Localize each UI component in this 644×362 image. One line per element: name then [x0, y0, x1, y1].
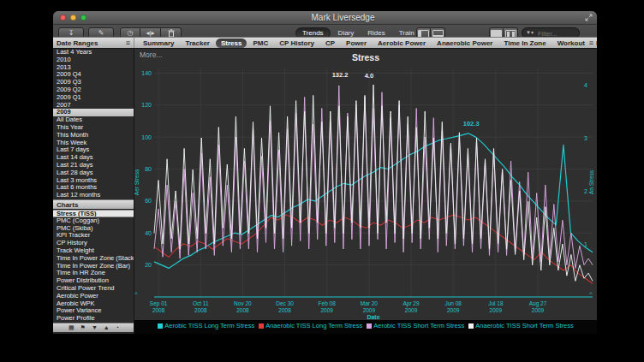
sidebar-item-power-distribution[interactable]: Power Distribution: [53, 277, 134, 285]
sidebar-item-critical-power-trend[interactable]: Critical Power Trend: [53, 285, 134, 293]
legend-swatch: [367, 323, 372, 329]
legend-swatch: [259, 323, 264, 329]
bookmark-icon[interactable]: ⚑: [80, 323, 86, 332]
x-axis-tick-label: 2009: [532, 307, 545, 313]
y-axis-tick-label-right: 3: [584, 135, 587, 141]
sidebar-item-2013[interactable]: 2013: [53, 64, 134, 72]
x-axis-tick-label: Feb 08: [319, 300, 337, 306]
y-axis-tick-label-left: 140: [141, 70, 152, 76]
tab-stress[interactable]: Stress: [216, 39, 247, 48]
titlebar: Mark Liversedge: [53, 11, 597, 25]
sidebar-item-2009-q4[interactable]: 2009 Q4: [53, 71, 134, 79]
legend-swatch: [158, 323, 163, 329]
date-ranges-title: Date Ranges: [57, 39, 98, 47]
y-axis-tick-label-right: 1: [584, 241, 587, 247]
sidebar-item-power-profile[interactable]: Power Profile: [53, 315, 134, 323]
x-axis-tick-label: 2009: [363, 307, 376, 313]
sidebar-item-last-28-days[interactable]: Last 28 days: [53, 169, 134, 177]
tab-cp-history[interactable]: CP History: [274, 39, 319, 48]
chart-pane: More... Stress ^^140120100806040204321Se…: [134, 49, 597, 334]
x-axis-tick-label: 2008: [152, 307, 165, 313]
x-axis-tick-label: Aug 27: [529, 300, 547, 307]
sidebar-item-pmc-skiba[interactable]: PMC (Skiba): [53, 225, 134, 233]
stress-chart-canvas[interactable]: ^^140120100806040204321Sep 012008Oct 112…: [134, 49, 597, 334]
x-axis-tick-label: 2009: [320, 307, 333, 313]
x-axis-tick-label: Nov 20: [234, 300, 252, 306]
sidebar-item-2009-q1[interactable]: 2009 Q1: [53, 94, 134, 102]
sidebar-item-2009-q3[interactable]: 2009 Q3: [53, 79, 134, 86]
legend-label: Anaerobic TISS Short Term Stress: [475, 322, 573, 329]
sidebar-item-track-weight[interactable]: Track Weight: [53, 247, 134, 255]
sidebar-item-this-month[interactable]: This Month: [53, 132, 134, 139]
tab-cp[interactable]: CP: [320, 39, 340, 48]
sidebar-item-last-12-months[interactable]: Last 12 months: [53, 192, 134, 199]
window-title: Mark Liversedge: [53, 13, 597, 22]
sidebar-item-power-variance[interactable]: Power Variance: [53, 307, 134, 315]
sidebar-item-time-in-power-zone-bar[interactable]: Time In Power Zone (Bar): [53, 263, 134, 270]
x-axis-tick-label: 2008: [278, 307, 291, 313]
sidebar-item-time-in-hr-zone[interactable]: Time In HR Zone: [53, 270, 134, 277]
x-axis-tick-label: 2008: [236, 307, 249, 313]
sidebar-item-last-14-days[interactable]: Last 14 days: [53, 154, 134, 162]
y-axis-tick-label-left: 20: [145, 262, 152, 268]
max-value-annotation: 102.3: [463, 120, 480, 128]
x-axis-tick-label: 2009: [405, 307, 418, 313]
sidebar-item-stress-tiss[interactable]: Stress (TiSS): [53, 210, 134, 217]
series-aerobic-tiss-short-term-stress: [154, 86, 593, 269]
date-ranges-menu-icon[interactable]: ≡: [126, 39, 130, 47]
tab-summary[interactable]: Summary: [138, 39, 179, 48]
sidebar-item-all-dates[interactable]: All Dates: [53, 116, 134, 124]
tab-pmc[interactable]: PMC: [247, 39, 273, 48]
tab-workout[interactable]: Workout: [552, 39, 590, 48]
sidebar-item-2009-q2[interactable]: 2009 Q2: [53, 86, 134, 94]
axis-arrow-caret: ^: [589, 291, 593, 297]
legend-label: Aerobic TISS Short Term Stress: [373, 322, 464, 329]
sidebar-item-last-3-months[interactable]: Last 3 months: [53, 177, 134, 185]
legend-item-aerobic-tiss-long-term-stress: Aerobic TISS Long Term Stress: [158, 322, 254, 329]
legend-item-aerobic-tiss-short-term-stress: Aerobic TISS Short Term Stress: [367, 322, 464, 329]
max-value-annotation: 4.0: [365, 72, 373, 80]
y-axis-tick-label-left: 80: [145, 166, 152, 172]
chart-icon[interactable]: ▲: [104, 323, 110, 332]
sidebar-item-2009[interactable]: 2009: [53, 109, 134, 116]
x-axis-title: Date: [367, 314, 379, 320]
clock-icon[interactable]: ◔: [116, 323, 119, 332]
sidebar-item-kpi-tracker[interactable]: KPI Tracker: [53, 232, 134, 240]
x-axis-tick-label: 2009: [447, 307, 460, 313]
sidebar-item-last-7-days[interactable]: Last 7 days: [53, 146, 134, 154]
x-axis-tick-label: Jun 08: [444, 300, 462, 306]
sidebar-item-aerobic-wpk[interactable]: Aerobic WPK: [53, 300, 134, 308]
sidebar-item-2010[interactable]: 2010: [53, 56, 134, 64]
fullscreen-icon[interactable]: [585, 14, 593, 21]
sidebar-item-last-4-years[interactable]: Last 4 Years: [53, 49, 134, 56]
x-axis-tick-label: Sep 01: [150, 300, 168, 307]
calendar-icon[interactable]: ▦: [69, 323, 75, 332]
y-axis-tick-label-right: 4: [584, 82, 587, 88]
sidebar-item-aerobic-power[interactable]: Aerobic Power: [53, 293, 134, 300]
legend-label: Anaerobic TISS Long Term Stress: [265, 322, 362, 329]
tab-time-in-zone[interactable]: Time In Zone: [498, 39, 551, 48]
tab-power[interactable]: Power: [341, 39, 372, 48]
sidebar-item-time-in-power-zone-stacked[interactable]: Time In Power Zone (Stacked): [53, 255, 134, 263]
tab-bar-menu-icon[interactable]: ≡: [589, 39, 593, 47]
filter-icon[interactable]: ▼: [92, 323, 98, 332]
header-strip: Date Ranges ≡ SummaryTrackerStressPMCCP …: [53, 37, 597, 49]
chart-legend: Aerobic TISS Long Term StressAnaerobic T…: [134, 322, 597, 329]
stopwatch-icon: ◷: [128, 29, 134, 37]
x-axis-tick-label: 2008: [194, 307, 207, 313]
sidebar-item-last-21-days[interactable]: Last 21 days: [53, 162, 134, 169]
sidebar-item-this-year[interactable]: This Year: [53, 124, 134, 132]
y-axis-tick-label-left: 120: [141, 102, 152, 108]
y-axis-tick-label-right: 2: [584, 188, 587, 194]
tab-tracker[interactable]: Tracker: [180, 39, 214, 48]
sidebar-item-last-6-months[interactable]: Last 6 months: [53, 184, 134, 192]
sidebar-item-pmc-coggan[interactable]: PMC (Coggan): [53, 217, 134, 225]
sidebar-item-this-week[interactable]: This Week: [53, 139, 134, 147]
legend-swatch: [468, 323, 474, 329]
x-axis-tick-label: Mar 20: [361, 300, 379, 306]
tab-aerobic-power[interactable]: Aerobic Power: [373, 39, 431, 48]
sidebar-item-cp-history[interactable]: CP History: [53, 240, 134, 247]
sidebar-list: Last 4 Years201020132009 Q42009 Q32009 Q…: [53, 49, 134, 323]
tab-anaerobic-power[interactable]: Anaerobic Power: [432, 39, 498, 48]
sidebar-item-2007[interactable]: 2007: [53, 102, 134, 110]
